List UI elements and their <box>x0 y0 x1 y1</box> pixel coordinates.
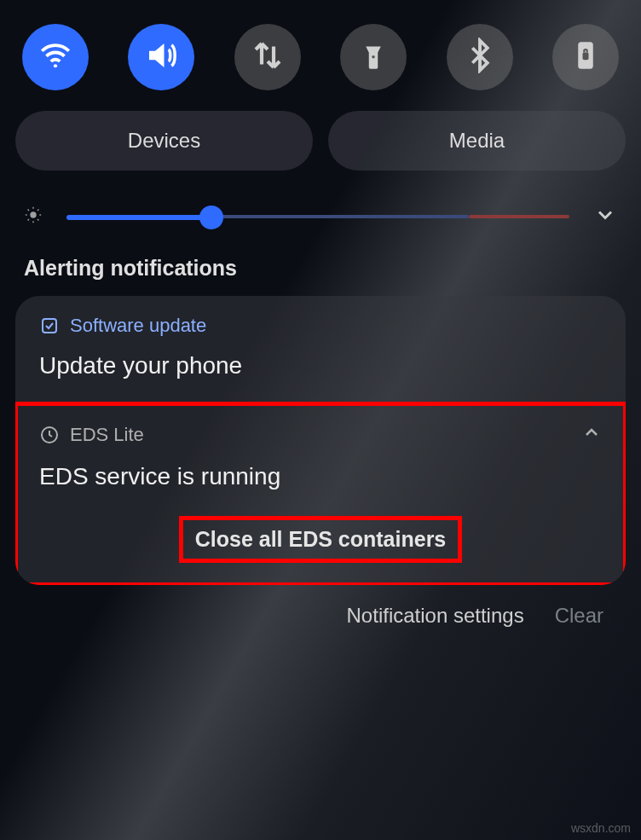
bluetooth-toggle[interactable] <box>447 24 513 90</box>
notification-shade: Devices Media Alerting notifications Sof… <box>0 0 641 643</box>
svg-line-10 <box>38 219 38 220</box>
clock-icon <box>39 425 60 445</box>
watermark: wsxdn.com <box>571 821 631 835</box>
svg-line-9 <box>28 210 29 211</box>
notification-footer: Notification settings Clear <box>15 585 626 628</box>
brightness-slider[interactable] <box>66 208 569 225</box>
svg-line-11 <box>28 219 29 220</box>
rotation-lock-icon <box>568 38 603 77</box>
clear-notifications-button[interactable]: Clear <box>555 604 603 628</box>
brightness-icon <box>24 206 43 228</box>
svg-line-12 <box>38 210 38 211</box>
brightness-row <box>15 196 626 256</box>
data-toggle[interactable] <box>234 24 301 90</box>
volume-icon <box>143 38 179 77</box>
rotation-lock-toggle[interactable] <box>552 24 619 90</box>
expand-panel-toggle[interactable] <box>593 203 617 230</box>
devices-chip[interactable]: Devices <box>15 111 313 171</box>
media-devices-row: Devices Media <box>15 111 626 171</box>
svg-point-1 <box>372 55 375 59</box>
close-eds-containers-button[interactable]: Close all EDS containers <box>183 520 459 559</box>
data-swap-icon <box>250 38 286 77</box>
highlight-box: Close all EDS containers <box>179 516 463 563</box>
svg-rect-13 <box>43 319 56 333</box>
quick-settings-row <box>15 15 626 111</box>
notification-app-name: Software update <box>70 315 206 337</box>
svg-rect-3 <box>582 53 588 61</box>
svg-point-0 <box>54 64 57 67</box>
notification-card-eds-lite[interactable]: EDS Lite EDS service is running Close al… <box>15 403 626 585</box>
wifi-icon <box>38 38 73 77</box>
notification-group: Software update Update your phone EDS Li… <box>15 296 626 585</box>
notification-settings-link[interactable]: Notification settings <box>347 604 524 628</box>
svg-point-4 <box>30 211 36 217</box>
brightness-thumb[interactable] <box>199 206 223 229</box>
alerting-heading: Alerting notifications <box>24 256 626 281</box>
notification-card-software-update[interactable]: Software update Update your phone <box>15 296 626 402</box>
notification-app-row: Software update <box>39 315 602 337</box>
notification-app-name: EDS Lite <box>70 424 144 446</box>
notification-app-row: EDS Lite <box>39 422 602 448</box>
wifi-toggle[interactable] <box>22 24 89 90</box>
notification-title: EDS service is running <box>39 463 602 490</box>
media-chip[interactable]: Media <box>328 111 626 171</box>
bluetooth-icon <box>462 38 498 77</box>
notification-title: Update your phone <box>39 352 602 379</box>
sound-toggle[interactable] <box>128 24 194 90</box>
flashlight-toggle[interactable] <box>340 24 407 90</box>
flashlight-icon <box>355 38 391 77</box>
software-update-icon <box>39 316 60 336</box>
collapse-notification-toggle[interactable] <box>581 422 602 448</box>
